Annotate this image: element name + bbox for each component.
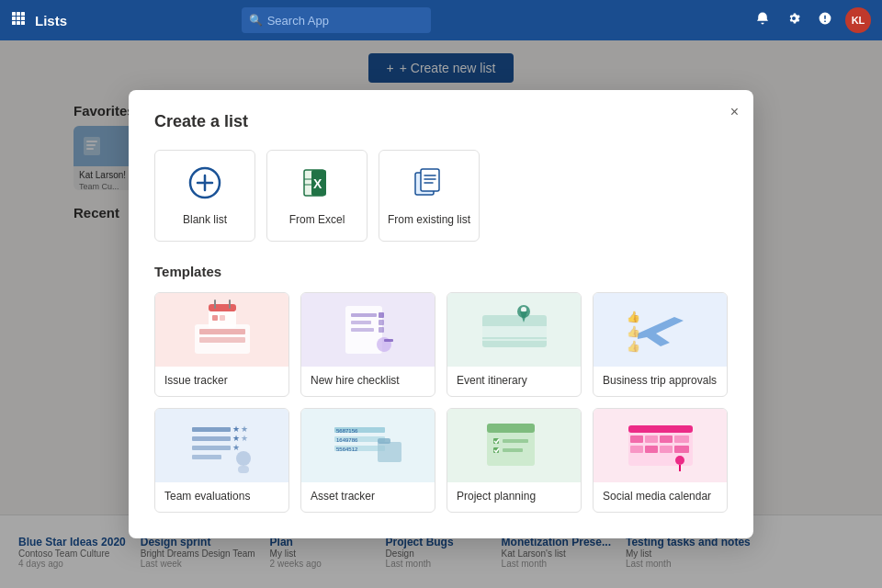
svg-rect-4 xyxy=(17,17,20,20)
template-issue-tracker[interactable]: Issue tracker xyxy=(154,292,289,397)
svg-rect-45 xyxy=(482,326,547,337)
svg-rect-77 xyxy=(503,448,523,452)
template-thumb-project xyxy=(447,409,581,482)
template-project-planning[interactable]: Project planning xyxy=(447,408,582,513)
templates-title: Templates xyxy=(154,264,728,279)
top-nav: Lists 🔍 KL xyxy=(0,0,882,40)
template-label-event: Event itinerary xyxy=(447,367,581,396)
from-existing-option[interactable]: From existing list xyxy=(379,150,480,242)
svg-rect-46 xyxy=(482,339,547,341)
template-label-team-eval: Team evaluations xyxy=(155,482,288,512)
svg-rect-37 xyxy=(351,321,371,324)
svg-rect-86 xyxy=(660,446,673,453)
avatar[interactable]: KL xyxy=(845,7,871,33)
svg-rect-76 xyxy=(503,439,528,443)
svg-rect-28 xyxy=(199,337,245,343)
svg-rect-27 xyxy=(199,329,245,334)
template-team-evaluations[interactable]: ★ ★ ★ ★ ★ Team evaluations xyxy=(154,408,289,513)
svg-text:👍: 👍 xyxy=(627,310,640,323)
svg-rect-43 xyxy=(384,339,393,342)
from-existing-label: From existing list xyxy=(388,213,470,226)
svg-text:X: X xyxy=(313,176,322,191)
template-label-issue-tracker: Issue tracker xyxy=(155,367,288,396)
grid-icon[interactable] xyxy=(11,11,26,29)
svg-rect-3 xyxy=(12,17,16,20)
svg-rect-82 xyxy=(660,435,673,443)
svg-point-62 xyxy=(236,451,251,466)
excel-icon: X xyxy=(300,166,334,206)
svg-rect-81 xyxy=(645,435,658,443)
create-options: Blank list X From Excel xyxy=(154,150,728,242)
app-name: Lists xyxy=(35,13,67,28)
from-excel-label: From Excel xyxy=(289,213,345,226)
modal-title: Create a list xyxy=(154,112,728,131)
template-thumb-social xyxy=(594,409,727,482)
help-button[interactable] xyxy=(814,7,836,33)
nav-right: KL xyxy=(752,7,871,33)
template-event-itinerary[interactable]: Event itinerary xyxy=(447,292,582,397)
svg-rect-36 xyxy=(351,313,377,317)
template-label-business-trip: Business trip approvals xyxy=(594,367,727,396)
svg-rect-84 xyxy=(630,446,643,453)
svg-rect-1 xyxy=(17,12,20,16)
template-thumb-team: ★ ★ ★ ★ ★ xyxy=(155,409,288,482)
template-business-trip[interactable]: 👍 👍 👍 Business trip approvals xyxy=(593,292,728,397)
svg-rect-5 xyxy=(21,17,25,20)
template-label-social: Social media calendar xyxy=(594,482,727,512)
svg-rect-87 xyxy=(674,446,689,453)
svg-text:👍: 👍 xyxy=(627,324,640,338)
from-excel-option[interactable]: X From Excel xyxy=(266,150,368,242)
template-thumb-newhire xyxy=(301,293,435,367)
svg-rect-54 xyxy=(192,436,231,441)
svg-rect-39 xyxy=(379,312,384,318)
svg-rect-83 xyxy=(674,435,689,443)
svg-rect-32 xyxy=(220,315,225,321)
svg-text:★: ★ xyxy=(241,424,248,434)
templates-grid: Issue tracker xyxy=(154,292,728,513)
svg-rect-80 xyxy=(630,435,643,443)
template-new-hire[interactable]: New hire checklist xyxy=(300,292,435,397)
svg-point-88 xyxy=(675,456,684,465)
svg-rect-38 xyxy=(351,328,374,332)
svg-text:5687156: 5687156 xyxy=(336,428,358,434)
template-thumb-biztrip: 👍 👍 👍 xyxy=(594,293,727,367)
template-label-new-hire: New hire checklist xyxy=(301,367,435,396)
notifications-button[interactable] xyxy=(752,7,774,33)
svg-rect-71 xyxy=(378,438,390,444)
search-wrap: 🔍 xyxy=(242,7,431,33)
svg-rect-63 xyxy=(238,466,249,473)
svg-rect-53 xyxy=(192,427,231,432)
blank-list-label: Blank list xyxy=(183,213,227,226)
settings-button[interactable] xyxy=(783,7,805,33)
svg-rect-22 xyxy=(421,169,439,191)
template-label-asset: Asset tracker xyxy=(301,482,435,512)
blank-list-option[interactable]: Blank list xyxy=(154,150,255,242)
svg-text:1649786: 1649786 xyxy=(336,437,358,443)
template-thumb-event xyxy=(447,293,581,367)
template-asset-tracker[interactable]: 5687156 1649786 5564512 Asset tracker xyxy=(300,408,435,513)
svg-text:★: ★ xyxy=(232,434,240,443)
main-background: + + Create new list Favorites xyxy=(0,40,882,588)
plus-circle-icon xyxy=(188,166,221,206)
create-list-modal: Create a list × Blank list xyxy=(129,90,753,538)
svg-text:★: ★ xyxy=(232,424,240,434)
modal-overlay: Create a list × Blank list xyxy=(0,40,882,588)
template-thumb-issue xyxy=(155,293,288,367)
modal-close-button[interactable]: × xyxy=(730,105,739,119)
template-social-media[interactable]: Social media calendar xyxy=(593,408,728,513)
list-copy-icon xyxy=(413,166,446,206)
svg-rect-40 xyxy=(379,320,384,325)
search-input[interactable] xyxy=(242,7,431,33)
svg-rect-6 xyxy=(12,21,16,25)
svg-rect-7 xyxy=(17,21,20,25)
svg-rect-31 xyxy=(212,315,218,321)
svg-rect-73 xyxy=(487,424,535,433)
svg-rect-0 xyxy=(12,12,16,16)
svg-text:👍: 👍 xyxy=(627,339,640,353)
svg-text:★: ★ xyxy=(232,443,240,452)
svg-rect-70 xyxy=(378,442,401,462)
svg-rect-30 xyxy=(209,304,236,311)
svg-text:5564512: 5564512 xyxy=(336,447,358,452)
template-thumb-asset: 5687156 1649786 5564512 xyxy=(301,409,435,482)
svg-rect-79 xyxy=(628,425,693,433)
